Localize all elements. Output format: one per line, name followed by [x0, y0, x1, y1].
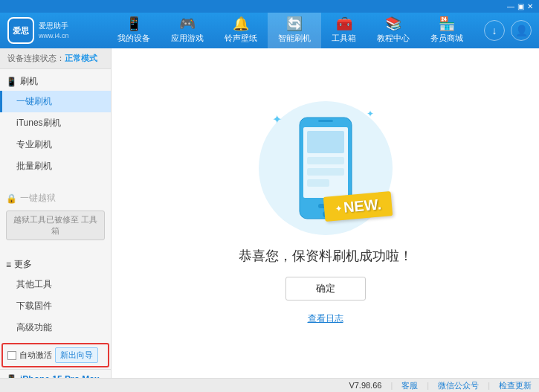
minimize-icon[interactable]: — — [507, 2, 514, 10]
phone-circle: ✦ NEW. ✦ ✦ — [259, 101, 393, 235]
auto-activate-checkbox[interactable] — [7, 351, 16, 360]
header: 爱思 爱思助手 www.i4.cn 📱 我的设备 🎮 应用游戏 🔔 铃声壁纸 🔄 — [0, 13, 539, 48]
jailbreak-section-header: 🔒 一键越狱 — [0, 189, 111, 208]
nav-merchant-icon: 🏪 — [439, 17, 455, 30]
jailbreak-disabled-box: 越狱工具已被修至 工具箱 — [6, 211, 105, 240]
nav-tutorial-icon: 📚 — [385, 17, 401, 30]
nav-smart-flash-icon: 🔄 — [286, 17, 303, 30]
flash-section-icon: 📱 — [6, 77, 17, 87]
nav-ringtone[interactable]: 🔔 铃声壁纸 — [214, 13, 268, 48]
auto-activate-row: 自动激活 新出向导 — [1, 343, 109, 367]
nav-ringtone-label: 铃声壁纸 — [225, 33, 257, 44]
svg-rect-4 — [307, 168, 344, 176]
new-badge: ✦ NEW. — [323, 191, 393, 222]
sidebar: 设备连接状态：正常模式 📱 刷机 一键刷机 iTunes刷机 专业刷机 — [0, 48, 112, 378]
nav-app-game-icon: 🎮 — [179, 17, 196, 30]
sparkle-top-right: ✦ — [367, 109, 374, 119]
flash-section: 📱 刷机 一键刷机 iTunes刷机 专业刷机 批量刷机 — [0, 69, 111, 180]
nav-bar: 📱 我的设备 🎮 应用游戏 🔔 铃声壁纸 🔄 智能刷机 🧰 工具箱 📚 — [97, 13, 484, 48]
nav-my-device[interactable]: 📱 我的设备 — [107, 13, 161, 48]
nav-toolbox-icon: 🧰 — [336, 17, 352, 30]
sidebar-item-download-firmware[interactable]: 下载固件 — [0, 295, 111, 317]
content-area: ✦ NEW. ✦ ✦ 恭喜您，保资料刷机成功啦！ 确定 查看日志 — [112, 48, 539, 378]
nav-merchant[interactable]: 🏪 务员商城 — [420, 13, 474, 48]
status-value: 正常模式 — [65, 54, 97, 62]
jailbreak-section-icon: 🔒 — [6, 193, 17, 204]
close-icon[interactable]: ✕ — [527, 2, 533, 10]
check-update-link[interactable]: 检查更新 — [499, 380, 532, 391]
main-area: 设备连接状态：正常模式 📱 刷机 一键刷机 iTunes刷机 专业刷机 — [0, 48, 539, 378]
sidebar-item-one-key-flash[interactable]: 一键刷机 — [0, 91, 111, 112]
user-button[interactable]: 👤 — [511, 20, 532, 41]
nav-toolbox-label: 工具箱 — [332, 33, 356, 44]
logo-icon: 爱思 — [7, 17, 34, 44]
more-section-icon: ≡ — [6, 260, 11, 270]
nav-merchant-label: 务员商城 — [430, 33, 463, 44]
success-illustration: ✦ NEW. ✦ ✦ 恭喜您，保资料刷机成功啦！ 确定 查看日志 — [239, 101, 413, 325]
nav-app-game-label: 应用游戏 — [171, 33, 204, 44]
customer-service-link[interactable]: 客服 — [401, 380, 418, 391]
footer-divider2: | — [427, 381, 429, 390]
logo-text: 爱思助手 www.i4.cn — [39, 21, 69, 41]
nav-my-device-label: 我的设备 — [117, 33, 150, 44]
more-section: ≡ 更多 其他工具 下载固件 高级功能 — [0, 252, 111, 341]
header-right: ↓ 👤 — [484, 20, 532, 41]
footer-divider3: | — [488, 381, 490, 390]
svg-rect-3 — [307, 157, 344, 164]
nav-smart-flash-label: 智能刷机 — [278, 33, 311, 44]
nav-smart-flash[interactable]: 🔄 智能刷机 — [268, 13, 321, 48]
svg-rect-8 — [318, 120, 333, 122]
confirm-button[interactable]: 确定 — [285, 277, 366, 301]
sparkle-left: ✦ — [335, 203, 343, 214]
nav-ringtone-icon: 🔔 — [233, 17, 249, 30]
more-section-header: ≡ 更多 — [0, 255, 111, 274]
success-text: 恭喜您，保资料刷机成功啦！ — [239, 247, 413, 265]
sidebar-item-itunes-flash[interactable]: iTunes刷机 — [0, 112, 111, 134]
nav-tutorial-label: 教程中心 — [377, 33, 410, 44]
connection-status: 设备连接状态：正常模式 — [0, 48, 111, 69]
auto-activate-label: 自动激活 — [19, 350, 52, 361]
maximize-icon[interactable]: ▣ — [517, 2, 524, 10]
jailbreak-section: 🔒 一键越狱 越狱工具已被修至 工具箱 — [0, 186, 111, 246]
footer-divider1: | — [390, 381, 393, 390]
new-text: NEW. — [343, 196, 382, 216]
top-bar: — ▣ ✕ — [0, 0, 539, 13]
sidebar-item-batch-flash[interactable]: 批量刷机 — [0, 155, 111, 177]
footer: V7.98.66 | 客服 | 微信公众号 | 检查更新 — [0, 378, 539, 392]
download-button[interactable]: ↓ — [484, 20, 505, 41]
nav-tutorial[interactable]: 📚 教程中心 — [367, 13, 420, 48]
flash-section-header: 📱 刷机 — [0, 72, 111, 91]
sidebar-item-pro-flash[interactable]: 专业刷机 — [0, 134, 111, 155]
version-label: V7.98.66 — [349, 381, 381, 390]
nav-my-device-icon: 📱 — [126, 17, 142, 30]
log-link[interactable]: 查看日志 — [308, 312, 343, 325]
svg-rect-5 — [307, 179, 329, 187]
sparkle-top-left: ✦ — [272, 112, 282, 126]
sidebar-item-advanced[interactable]: 高级功能 — [0, 317, 111, 338]
nav-app-game[interactable]: 🎮 应用游戏 — [161, 13, 214, 48]
nav-toolbox[interactable]: 🧰 工具箱 — [321, 13, 367, 48]
device-info: 📱 iPhone 15 Pro Max 512GB iPhone — [0, 369, 111, 378]
svg-rect-2 — [307, 131, 344, 153]
logo-area: 爱思 爱思助手 www.i4.cn — [7, 17, 97, 44]
app-window: — ▣ ✕ 爱思 爱思助手 www.i4.cn 📱 我的设备 🎮 应用游戏 — [0, 0, 539, 392]
sidebar-item-other-tools[interactable]: 其他工具 — [0, 274, 111, 295]
wechat-link[interactable]: 微信公众号 — [438, 380, 479, 391]
guide-button[interactable]: 新出向导 — [55, 347, 98, 363]
